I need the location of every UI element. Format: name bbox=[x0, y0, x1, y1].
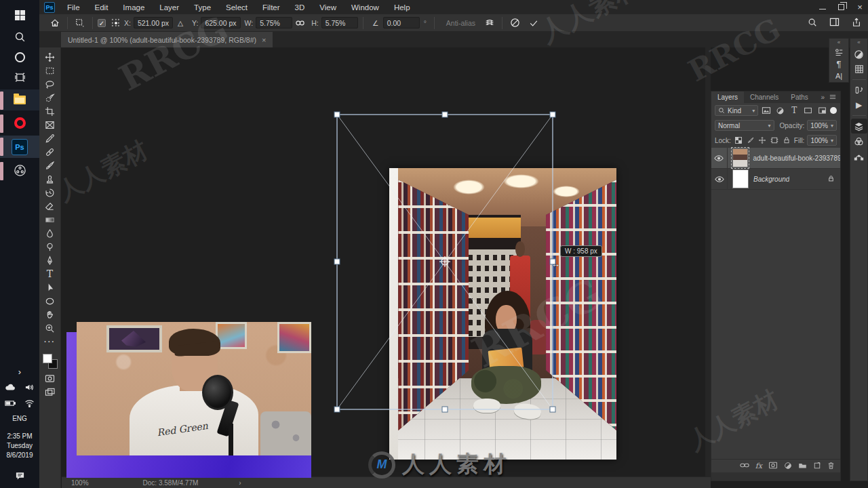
eyedropper-tool[interactable] bbox=[42, 131, 58, 145]
zoom-tool[interactable] bbox=[42, 321, 58, 335]
filter-toggle-icon[interactable] bbox=[830, 107, 837, 114]
edit-toolbar-ellipsis[interactable]: ··· bbox=[42, 335, 58, 348]
blur-tool[interactable] bbox=[42, 226, 58, 240]
layer-row-photo[interactable]: adult-beautiful-book-2393789 bbox=[711, 148, 840, 169]
layer-visibility-eye-icon[interactable] bbox=[711, 148, 728, 168]
lock-all-icon[interactable] bbox=[782, 136, 791, 146]
file-explorer-button[interactable] bbox=[0, 89, 39, 110]
window-minimize-icon[interactable] bbox=[819, 5, 826, 9]
y-position-field[interactable]: 625.00 px bbox=[201, 17, 240, 28]
layer-row-background[interactable]: Background bbox=[711, 169, 840, 190]
filter-adjustment-layers-icon[interactable] bbox=[775, 106, 786, 116]
hand-tool[interactable] bbox=[42, 308, 58, 321]
paths-panel-icon[interactable] bbox=[851, 148, 867, 163]
add-layer-mask-icon[interactable] bbox=[768, 462, 778, 470]
menu-file[interactable]: File bbox=[60, 0, 87, 14]
glyphs-panel-icon[interactable]: A| bbox=[831, 70, 847, 82]
dodge-tool[interactable] bbox=[42, 240, 58, 253]
move-tool[interactable] bbox=[42, 50, 58, 64]
collapse-icon[interactable]: « bbox=[857, 39, 860, 47]
tool-preset-icon[interactable] bbox=[73, 18, 87, 28]
history-brush-tool[interactable] bbox=[42, 186, 58, 199]
height-field[interactable]: 5.75% bbox=[321, 17, 358, 28]
layer-name[interactable]: adult-beautiful-book-2393789 bbox=[753, 155, 840, 162]
pen-tool[interactable] bbox=[42, 253, 58, 267]
zoom-level[interactable]: 100% bbox=[71, 479, 89, 487]
delta-icon[interactable]: △ bbox=[173, 19, 188, 27]
lock-artboard-icon[interactable] bbox=[770, 136, 779, 146]
menu-type[interactable]: Type bbox=[186, 0, 218, 14]
onedrive-tray-icon[interactable] bbox=[0, 380, 20, 394]
cortana-button[interactable] bbox=[0, 46, 39, 68]
link-layers-icon[interactable] bbox=[740, 462, 749, 470]
fill-dropdown[interactable]: 100% ▾ bbox=[807, 135, 837, 146]
patterns-panel-icon[interactable] bbox=[851, 62, 867, 77]
layer-style-fx-icon[interactable]: fx bbox=[755, 462, 762, 470]
lock-position-icon[interactable] bbox=[757, 136, 767, 146]
screen-mode-toggle[interactable] bbox=[42, 385, 58, 399]
battery-tray-icon[interactable] bbox=[0, 396, 20, 411]
filter-smart-objects-icon[interactable] bbox=[816, 106, 827, 116]
menu-3d[interactable]: 3D bbox=[288, 0, 313, 14]
marquee-tool[interactable] bbox=[42, 64, 58, 77]
character-panel-icon[interactable] bbox=[831, 47, 847, 58]
paragraph-panel-icon[interactable]: ¶ bbox=[831, 58, 847, 70]
language-indicator[interactable]: ENG bbox=[0, 415, 39, 422]
start-button[interactable] bbox=[0, 4, 39, 26]
status-chevron-icon[interactable]: › bbox=[239, 479, 241, 487]
warp-mode-icon[interactable] bbox=[482, 18, 497, 28]
panel-expand-icon[interactable]: » bbox=[821, 94, 825, 101]
share-image-icon[interactable] bbox=[852, 18, 861, 28]
quick-mask-toggle[interactable] bbox=[42, 371, 58, 385]
menu-image[interactable]: Image bbox=[115, 0, 152, 14]
clone-stamp-tool[interactable] bbox=[42, 172, 58, 186]
clone-source-panel-icon[interactable] bbox=[851, 83, 867, 98]
actions-panel-icon[interactable]: ▶ bbox=[851, 98, 867, 113]
menu-help[interactable]: Help bbox=[387, 0, 418, 14]
wifi-tray-icon[interactable] bbox=[20, 396, 39, 411]
menu-window[interactable]: Window bbox=[344, 0, 387, 14]
cancel-transform-icon[interactable] bbox=[507, 18, 522, 28]
photoshop-taskbar-button[interactable]: Ps bbox=[0, 136, 39, 158]
quick-selection-tool[interactable] bbox=[42, 91, 58, 104]
task-view-button[interactable] bbox=[0, 66, 39, 88]
filter-shape-layers-icon[interactable] bbox=[802, 106, 813, 116]
window-restore-icon[interactable] bbox=[838, 4, 844, 10]
filter-pixel-layers-icon[interactable] bbox=[761, 106, 772, 116]
ellipse-shape-tool[interactable] bbox=[42, 294, 58, 308]
photo-layer-bookstore[interactable] bbox=[389, 168, 616, 460]
home-icon[interactable] bbox=[47, 18, 62, 28]
layer-name[interactable]: Background bbox=[753, 176, 789, 183]
color-swatches[interactable] bbox=[43, 354, 58, 369]
maintain-aspect-ratio-icon[interactable] bbox=[292, 20, 307, 26]
brush-tool[interactable] bbox=[42, 159, 58, 172]
new-adjustment-layer-icon[interactable] bbox=[784, 462, 792, 471]
filter-type-layers-icon[interactable]: T bbox=[789, 106, 800, 116]
clock-time[interactable]: 2:35 PM bbox=[0, 432, 39, 440]
rotation-field[interactable]: 0.00 bbox=[383, 17, 420, 28]
action-center-button[interactable] bbox=[0, 468, 39, 484]
commit-transform-icon[interactable] bbox=[526, 18, 541, 28]
menu-view[interactable]: View bbox=[312, 0, 344, 14]
type-tool[interactable]: T bbox=[42, 267, 58, 281]
filter-kind-dropdown[interactable]: Kind ▾ bbox=[715, 105, 758, 116]
document-tab[interactable]: Untitled-1 @ 100% (adult-beautiful-book-… bbox=[61, 32, 273, 47]
layers-panel-icon[interactable] bbox=[851, 119, 867, 134]
tab-close-icon[interactable]: × bbox=[262, 36, 266, 44]
x-position-field[interactable]: 521.00 px bbox=[134, 17, 173, 28]
new-group-icon[interactable] bbox=[798, 462, 807, 470]
collapse-icon[interactable]: « bbox=[837, 39, 840, 47]
new-layer-icon[interactable] bbox=[813, 462, 821, 471]
gradient-tool[interactable] bbox=[42, 213, 58, 226]
workspace-switcher-icon[interactable] bbox=[829, 18, 840, 28]
opera-button[interactable] bbox=[0, 113, 39, 134]
reference-point-locator[interactable] bbox=[111, 18, 120, 27]
taskbar-search-button[interactable] bbox=[0, 26, 39, 47]
lock-pixels-icon[interactable] bbox=[746, 136, 755, 146]
menu-edit[interactable]: Edit bbox=[87, 0, 116, 14]
menu-select[interactable]: Select bbox=[218, 0, 255, 14]
frame-tool[interactable] bbox=[42, 118, 58, 131]
spot-healing-brush-tool[interactable] bbox=[42, 145, 58, 159]
tab-channels[interactable]: Channels bbox=[744, 92, 785, 103]
delete-layer-icon[interactable] bbox=[827, 462, 835, 471]
